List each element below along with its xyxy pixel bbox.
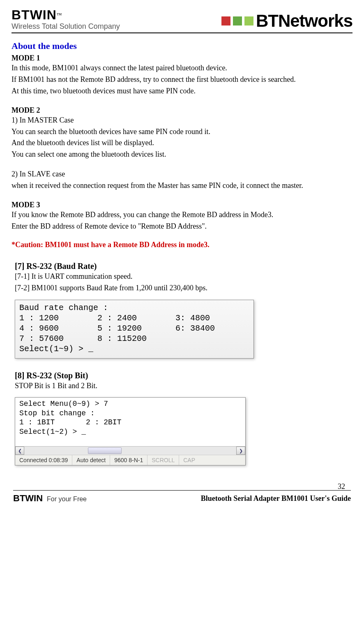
mode2-m3: You can select one among the bluetooth d…	[12, 149, 352, 160]
baud-opt-1: 1 : 1200	[19, 313, 81, 323]
mode1-line2: If BM1001 has not the Remote BD address,…	[12, 74, 352, 86]
baud-opt-5: 5 : 19200	[97, 323, 159, 333]
stop-bit-terminal-window: Select Menu(0~9) > 7 Stop bit change : 1…	[15, 397, 246, 465]
mode2-m2: And the bluetooth devices list will be d…	[12, 137, 352, 149]
mode2-slave-heading: 2) In SLAVE case	[12, 169, 352, 180]
term2-prompt: Select(1~2) > _	[19, 427, 241, 437]
scroll-track[interactable]	[24, 447, 236, 454]
mode3-heading: MODE 3	[12, 201, 352, 209]
status-caps: CAP	[179, 455, 199, 465]
page-number: 32	[338, 482, 345, 491]
baud-opt-6: 6: 38400	[175, 323, 237, 333]
page-footer: BTWIN For your Free Bluetooth Serial Ada…	[12, 493, 352, 508]
baud-rate-terminal: Baud rate change : 1 : 1200 2 : 2400 3: …	[15, 300, 254, 359]
baud-opt-4: 4 : 9600	[19, 323, 81, 333]
caution-text: *Caution: BM1001 must have a Remote BD A…	[12, 241, 352, 249]
mode1-heading: MODE 1	[12, 54, 352, 63]
status-autodetect: Auto detect	[72, 455, 110, 465]
stopbit-opt-2: 2 : 2BIT	[86, 418, 121, 426]
btwin-logo: BTWIN™	[12, 8, 120, 21]
btnetworks-logo: BTNetworks	[221, 11, 352, 31]
term2-l2: Stop bit change :	[19, 409, 241, 418]
chevron-left-icon: ❮	[18, 448, 22, 454]
mode3-l2: Enter the BD address of Remote device to…	[12, 221, 352, 232]
mode1-line1: In this mode, BM1001 always connect the …	[12, 63, 352, 74]
logo-square-red-icon	[221, 16, 230, 25]
footer-guide-title: Bluetooth Serial Adapter BM1001 User's G…	[201, 494, 351, 503]
scroll-thumb[interactable]	[88, 447, 122, 454]
page-header: BTWIN™ Wireless Total Solution Company B…	[12, 8, 352, 33]
mode3-l1: If you know the Remote BD address, you c…	[12, 209, 352, 221]
mode2-m1: You can search the bluetooth devices hav…	[12, 126, 352, 138]
stopbit-opt-1: 1 : 1BIT	[19, 418, 55, 426]
header-subtitle: Wireless Total Solution Company	[12, 22, 120, 31]
term-title: Baud rate change :	[19, 303, 249, 313]
scroll-right-button[interactable]: ❯	[236, 447, 245, 455]
baud-opt-3: 3: 4800	[175, 313, 237, 323]
footer-left: BTWIN For your Free	[13, 493, 87, 504]
section7-heading: [7] RS-232 (Baud Rate)	[15, 262, 352, 271]
logo-text: BTWIN	[12, 7, 57, 22]
logo-square-green2-icon	[244, 16, 253, 25]
status-scroll: SCROLL	[147, 455, 179, 465]
section7-l1: [7-1] It is UART communication speed.	[15, 271, 352, 282]
btnetworks-text: BTNetworks	[256, 11, 352, 31]
section-title: About the modes	[12, 41, 352, 51]
baud-opt-7: 7 : 57600	[19, 333, 81, 344]
horizontal-scrollbar[interactable]: ❮ ❯	[15, 446, 245, 455]
baud-prompt: Select(1~9) > _	[19, 344, 249, 354]
status-connected: Connected 0:08:39	[15, 455, 72, 465]
logo-tm: ™	[57, 12, 62, 18]
logo-square-green1-icon	[233, 16, 242, 25]
footer-tagline: For your Free	[47, 495, 87, 503]
section7-l2: [7-2] BM1001 supports Baud Rate from 1,2…	[15, 282, 352, 294]
mode2-heading: MODE 2	[12, 106, 352, 115]
status-bar: Connected 0:08:39 Auto detect 9600 8-N-1…	[15, 455, 245, 465]
section8-heading: [8] RS-232 (Stop Bit)	[15, 371, 352, 380]
scroll-left-button[interactable]: ❮	[15, 447, 24, 455]
stop-bit-terminal: Select Menu(0~9) > 7 Stop bit change : 1…	[15, 398, 245, 446]
term2-l1: Select Menu(0~9) > 7	[19, 399, 241, 409]
mode2-s1: when it received the connection request …	[12, 180, 352, 192]
footer-rule	[13, 490, 351, 491]
header-left: BTWIN™ Wireless Total Solution Company	[12, 8, 120, 31]
baud-opt-8: 8 : 115200	[97, 333, 159, 344]
section8-l1: STOP Bit is 1 Bit and 2 Bit.	[15, 380, 352, 392]
chevron-right-icon: ❯	[239, 448, 243, 454]
mode2-master-heading: 1) In MASTER Case	[12, 115, 352, 126]
footer-logo: BTWIN	[13, 493, 43, 504]
baud-opt-2: 2 : 2400	[97, 313, 159, 323]
status-port: 9600 8-N-1	[110, 455, 147, 465]
mode1-line3: At this time, two bluetooth devices must…	[12, 86, 352, 97]
